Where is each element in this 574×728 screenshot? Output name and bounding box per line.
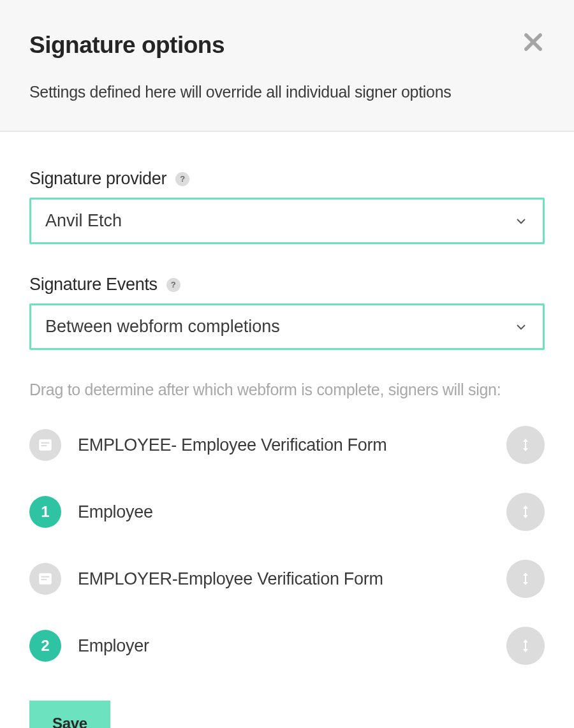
signature-provider-select[interactable]: Anvil Etch bbox=[29, 198, 545, 244]
list-item-label: Employee bbox=[78, 502, 490, 522]
signer-number-badge: 2 bbox=[29, 630, 61, 662]
drag-instruction-text: Drag to determine after which webform is… bbox=[29, 381, 545, 399]
signature-provider-group: Signature provider ? Anvil Etch bbox=[29, 169, 545, 244]
chevron-down-icon bbox=[513, 214, 529, 229]
svg-rect-7 bbox=[41, 579, 47, 580]
signature-events-label: Signature Events bbox=[29, 275, 158, 295]
chevron-down-icon bbox=[513, 319, 529, 335]
svg-rect-4 bbox=[41, 445, 47, 446]
list-item[interactable]: EMPLOYER-Employee Verification Form bbox=[29, 560, 545, 598]
signature-provider-value: Anvil Etch bbox=[45, 211, 513, 231]
close-button[interactable] bbox=[518, 27, 548, 57]
main-content: Signature provider ? Anvil Etch Signatur… bbox=[0, 132, 574, 728]
drag-handle[interactable] bbox=[506, 560, 545, 598]
drag-handle[interactable] bbox=[506, 493, 545, 531]
drag-arrows-icon bbox=[518, 638, 533, 653]
signature-provider-label: Signature provider bbox=[29, 169, 166, 189]
drag-handle[interactable] bbox=[506, 627, 545, 665]
form-icon bbox=[29, 429, 61, 461]
list-item[interactable]: 1 Employee bbox=[29, 493, 545, 531]
svg-rect-6 bbox=[41, 576, 50, 578]
signer-number-badge: 1 bbox=[29, 496, 61, 528]
drag-arrows-icon bbox=[518, 504, 533, 520]
list-item-label: EMPLOYEE- Employee Verification Form bbox=[78, 435, 490, 455]
page-title: Signature options bbox=[29, 32, 545, 59]
save-button[interactable]: Save bbox=[29, 701, 110, 728]
drag-handle[interactable] bbox=[506, 426, 545, 464]
help-icon[interactable]: ? bbox=[166, 278, 180, 292]
header-section: Signature options Settings defined here … bbox=[0, 0, 574, 132]
drag-arrows-icon bbox=[518, 437, 533, 453]
close-icon bbox=[521, 30, 545, 54]
list-item[interactable]: 2 Employer bbox=[29, 627, 545, 665]
drag-arrows-icon bbox=[518, 571, 533, 586]
list-item-label: Employer bbox=[78, 636, 490, 656]
draggable-list: EMPLOYEE- Employee Verification Form 1 E… bbox=[29, 426, 545, 665]
list-item[interactable]: EMPLOYEE- Employee Verification Form bbox=[29, 426, 545, 464]
signature-events-group: Signature Events ? Between webform compl… bbox=[29, 275, 545, 350]
form-icon bbox=[29, 563, 61, 595]
signature-events-select[interactable]: Between webform completions bbox=[29, 303, 545, 350]
signature-provider-label-row: Signature provider ? bbox=[29, 169, 545, 189]
page-subtitle: Settings defined here will override all … bbox=[29, 83, 545, 101]
list-item-label: EMPLOYER-Employee Verification Form bbox=[78, 569, 490, 589]
help-icon[interactable]: ? bbox=[175, 172, 189, 186]
signature-events-label-row: Signature Events ? bbox=[29, 275, 545, 295]
signature-events-value: Between webform completions bbox=[45, 317, 513, 337]
svg-rect-3 bbox=[41, 442, 50, 444]
